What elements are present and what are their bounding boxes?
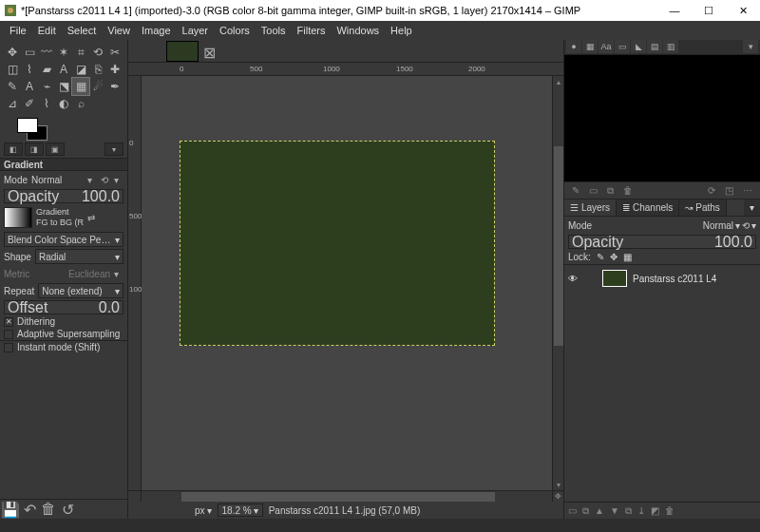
tab-device-icon[interactable]: ◨ [25, 142, 44, 156]
layer-row[interactable]: 👁 Panstarss c2011 L4 [564, 265, 760, 292]
mode-dropdown[interactable]: Normal [31, 175, 84, 185]
edit-icon[interactable]: ✎ [572, 185, 580, 196]
menu-image[interactable]: Image [136, 21, 177, 40]
gradients-tab-icon[interactable]: ▤ [647, 40, 662, 53]
channels-tab[interactable]: ≣Channels [617, 200, 679, 216]
tool-gradient-icon[interactable]: ▦ [72, 78, 89, 95]
menu-file[interactable]: File [4, 21, 32, 40]
tool-color-picker-icon[interactable]: ✎ [4, 78, 21, 95]
menu-view[interactable]: View [102, 21, 136, 40]
tool-path-icon[interactable]: ⌁ [38, 78, 55, 95]
scrollbar-thumb[interactable] [181, 492, 495, 502]
open-as-image-icon[interactable]: ◳ [725, 185, 733, 196]
menu-tools[interactable]: Tools [256, 21, 292, 40]
chevron-down-icon[interactable]: ▾ [87, 175, 97, 185]
zoom-dropdown[interactable]: 18.2 %▾ [218, 504, 263, 517]
tool-text2-icon[interactable]: A [21, 78, 38, 95]
tool-move-icon[interactable]: ✥ [4, 44, 21, 61]
instant-checkbox[interactable] [4, 343, 13, 352]
switch-icon[interactable]: ⟲ [742, 220, 750, 231]
canvas-viewport[interactable] [142, 76, 552, 490]
new-layer-icon[interactable]: ▭ [568, 505, 577, 516]
tool-warp-icon[interactable]: ⌇ [21, 61, 38, 78]
palettes-tab-icon[interactable]: ▥ [663, 40, 678, 53]
mask-icon[interactable]: ◩ [651, 505, 659, 516]
paths-tab[interactable]: ↝Paths [679, 200, 727, 216]
adaptive-checkbox[interactable] [4, 330, 13, 339]
tool-heal-icon[interactable]: ✚ [106, 61, 124, 78]
tool-transform-icon[interactable]: ◫ [4, 61, 21, 78]
tab-menu-icon[interactable]: ▾ [104, 142, 124, 156]
menu-icon[interactable]: ⋯ [743, 185, 752, 196]
menu-layer[interactable]: Layer [177, 21, 215, 40]
window-minimize-button[interactable]: — [657, 0, 692, 21]
tab-menu-icon[interactable]: ▾ [744, 200, 760, 216]
new-group-icon[interactable]: ⧉ [582, 505, 589, 517]
menu-select[interactable]: Select [62, 21, 103, 40]
tool-free-select-icon[interactable]: 〰 [38, 44, 55, 61]
layer-name[interactable]: Panstarss c2011 L4 [633, 274, 716, 284]
layer-thumbnail[interactable] [602, 270, 627, 287]
tab-image-icon[interactable]: ▣ [46, 142, 65, 156]
refresh-icon[interactable]: ⟳ [708, 185, 715, 196]
nav-corner-icon[interactable]: ✥ [552, 491, 563, 502]
menu-filters[interactable]: Filters [292, 21, 332, 40]
tool-rect-select-icon[interactable]: ▭ [21, 44, 38, 61]
duplicate-icon[interactable]: ⧉ [607, 185, 614, 197]
opacity-slider[interactable]: Opacity 100.0 [4, 189, 124, 203]
tool-ink-icon[interactable]: ✒ [106, 78, 124, 95]
patterns-tab-icon[interactable]: ▦ [582, 40, 598, 53]
delete-layer-icon[interactable]: 🗑 [665, 505, 674, 516]
tab-menu-icon[interactable]: ▾ [743, 40, 758, 53]
canvas-image[interactable] [180, 141, 495, 346]
scroll-down-icon[interactable]: ▾ [553, 479, 563, 490]
lock-alpha-icon[interactable]: ▦ [623, 252, 632, 262]
reverse-icon[interactable]: ⟲ [101, 175, 110, 185]
tool-measure-icon[interactable]: ⊿ [4, 95, 21, 112]
restore-icon[interactable]: ↶ [23, 503, 36, 516]
tool-shear-icon[interactable]: ⬔ [55, 78, 72, 95]
menu-colors[interactable]: Colors [214, 21, 256, 40]
merge-down-icon[interactable]: ⤓ [637, 505, 645, 516]
tool-scissors-icon[interactable]: ✂ [106, 44, 124, 61]
save-preset-icon[interactable]: 💾 [4, 503, 17, 516]
tool-airbrush-icon[interactable]: ⌇ [38, 95, 55, 112]
window-resize-bar[interactable] [0, 519, 760, 532]
fonts-tab-icon[interactable]: Aa [598, 40, 614, 53]
lower-layer-icon[interactable]: ▼ [610, 505, 619, 516]
layer-mode-dropdown[interactable]: Normal ▾ ⟲ ▾ [596, 220, 756, 231]
unit-dropdown[interactable]: px ▾ [195, 505, 212, 516]
brushes-tab-icon[interactable]: ● [566, 40, 581, 53]
gradient-reverse-icon[interactable]: ⇄ [87, 213, 97, 223]
history-tab-icon[interactable]: ▭ [615, 40, 630, 53]
tool-eraser-icon[interactable]: ◪ [72, 61, 89, 78]
tab-tool-options-icon[interactable]: ◧ [4, 142, 23, 156]
tool-clone-icon[interactable]: ⎘ [89, 61, 106, 78]
tool-zoom-icon[interactable]: ⌕ [72, 95, 89, 112]
offset-slider[interactable]: Offset 0.0 [4, 300, 124, 314]
gradient-preview[interactable] [4, 207, 32, 228]
window-maximize-button[interactable]: ☐ [692, 0, 726, 21]
tool-pencil-icon[interactable]: ✐ [21, 95, 38, 112]
scrollbar-horizontal[interactable] [142, 491, 552, 502]
tool-crop-icon[interactable]: ⌗ [72, 44, 89, 61]
scroll-up-icon[interactable]: ▴ [553, 76, 563, 87]
histogram-tab-icon[interactable]: ◣ [631, 40, 646, 53]
shape-dropdown[interactable]: Radial▾ [35, 249, 124, 264]
lock-pixels-icon[interactable]: ✎ [597, 252, 604, 262]
chevron-down-icon[interactable]: ▾ [114, 175, 124, 185]
delete-icon[interactable]: 🗑 [42, 503, 55, 516]
tool-rotate-icon[interactable]: ⟲ [89, 44, 106, 61]
new-icon[interactable]: ▭ [589, 185, 598, 196]
layer-opacity-slider[interactable]: Opacity 100.0 [568, 235, 756, 249]
menu-edit[interactable]: Edit [32, 21, 62, 40]
menu-help[interactable]: Help [385, 21, 418, 40]
color-swatches[interactable] [0, 114, 127, 142]
tool-smudge-icon[interactable]: ☄ [89, 78, 106, 95]
raise-layer-icon[interactable]: ▲ [595, 505, 604, 516]
preview-panel[interactable] [564, 55, 760, 182]
lock-position-icon[interactable]: ✥ [610, 252, 618, 262]
visibility-icon[interactable]: 👁 [568, 274, 581, 284]
scrollbar-vertical[interactable]: ▴ ▾ [552, 76, 563, 490]
delete-icon[interactable]: 🗑 [623, 185, 633, 196]
